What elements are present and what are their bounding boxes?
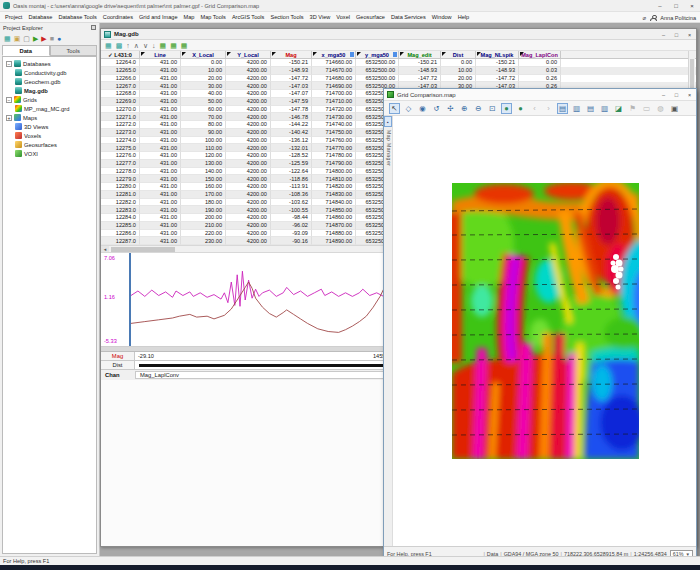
next-view-icon[interactable]: › [543,103,554,114]
copy-table-icon[interactable]: ▦ [105,42,112,49]
table-cell[interactable]: 190.00 [181,206,226,214]
redraw-icon[interactable]: ↺ [431,103,442,114]
table-cell[interactable]: 12267.0 [101,82,140,90]
table-cell[interactable]: 4200.00 [226,175,271,183]
previous-view-icon[interactable]: ‹ [529,103,540,114]
table-cell[interactable]: 431.00 [140,90,181,98]
table-cell[interactable]: 4200.00 [226,98,271,106]
table-cell[interactable]: -150.21 [399,59,441,67]
table-cell[interactable]: -140.42 [271,129,312,137]
menu-database[interactable]: Database [25,14,55,20]
info-tool-icon[interactable]: ◉ [417,103,428,114]
table-cell[interactable]: 12272.0 [101,121,140,129]
table-cell[interactable]: -148.93 [271,67,312,75]
table-cell[interactable]: 180.00 [181,199,226,207]
menu-help[interactable]: Help [455,14,473,20]
table-cell[interactable]: 714770.00 [312,144,356,152]
database-window-titlebar[interactable]: Mag.gdb – □ × [101,29,696,40]
menu-voxel[interactable]: Voxel [333,14,353,20]
table-row[interactable]: 12266.0431.0020.004200.00-147.72714680.0… [101,75,696,83]
table-cell[interactable]: 30.00 [181,82,226,90]
table-cell[interactable]: 431.00 [140,191,181,199]
table-cell[interactable]: 431.00 [140,98,181,106]
app-minimize-button[interactable]: – [652,0,668,12]
column-header-mag_nlspik[interactable]: Mag_NLspik [476,51,519,58]
column-header-mag_laplcon[interactable]: Mag_LaplCon [519,51,561,58]
table-row[interactable]: 12265.0431.0010.004200.00-148.93714670.0… [101,67,696,75]
split-profile-icon[interactable]: ▦ [170,42,177,49]
previous-line-icon[interactable]: ∧ [134,42,139,49]
paste-table-icon[interactable]: ▩ [116,42,123,49]
menu-coordinates[interactable]: Coordinates [100,14,136,20]
table-cell[interactable]: -147.07 [271,90,312,98]
table-cell[interactable]: -147.78 [271,106,312,114]
table-cell[interactable]: 714700.00 [312,90,356,98]
table-cell[interactable]: -146.78 [271,113,312,121]
menu-data-services[interactable]: Data Services [388,14,429,20]
grid-display-icon[interactable]: ▦ [181,42,188,49]
table-cell[interactable]: 714690.00 [312,82,356,90]
table-cell[interactable]: 4200.00 [226,75,271,83]
table-cell[interactable]: 714750.00 [312,129,356,137]
table-cell[interactable]: 50.00 [181,98,226,106]
table-cell[interactable]: -147.72 [399,75,441,83]
menu-grid-and-image[interactable]: Grid and Image [136,14,181,20]
table-cell[interactable]: 12276.0 [101,152,140,160]
table-cell[interactable]: 12264.0 [101,59,140,67]
column-header-mag_edit[interactable]: Mag_edit [399,51,441,58]
menu-map-tools[interactable]: Map Tools [197,14,228,20]
table-cell[interactable]: 12269.0 [101,98,140,106]
table-cell[interactable]: 4200.00 [226,90,271,98]
page-view-icon[interactable]: ▤ [557,103,568,114]
tree-item-voxels[interactable]: Voxels [3,131,96,140]
map-close-button[interactable]: × [683,89,696,100]
grid-raster-image[interactable] [452,183,639,459]
table-cell[interactable]: -103.62 [271,199,312,207]
tree-item-grids[interactable]: −Grids [3,95,96,104]
table-cell[interactable]: 70.00 [181,113,226,121]
tab-data[interactable]: Data [2,45,50,56]
table-cell[interactable]: 10.00 [181,67,226,75]
table-cell[interactable]: 170.00 [181,191,226,199]
table-cell[interactable]: 210.00 [181,222,226,230]
pin-icon[interactable] [91,25,96,30]
table-cell[interactable]: 100.00 [181,137,226,145]
table-cell[interactable]: 12286.0 [101,230,140,238]
table-cell[interactable]: 714760.00 [312,137,356,145]
table-cell[interactable]: 0.26 [519,75,561,83]
table-cell[interactable]: -122.64 [271,168,312,176]
clip-region-icon[interactable]: ▭ [641,103,652,114]
user-name[interactable]: Anna Politcina [660,15,696,21]
table-cell[interactable]: 4200.00 [226,152,271,160]
page-shadow-view-icon[interactable]: ▥ [571,103,582,114]
table-cell[interactable]: 714880.00 [312,230,356,238]
table-cell[interactable]: 431.00 [140,168,181,176]
tree-item-databases[interactable]: −Databases [3,59,96,68]
expander-icon[interactable]: − [6,97,12,103]
table-cell[interactable]: 12279.0 [101,175,140,183]
zoom-in-icon[interactable]: ⊕ [459,103,470,114]
table-cell[interactable]: 431.00 [140,183,181,191]
table-cell[interactable]: 0.03 [519,67,561,75]
table-cell[interactable]: 431.00 [140,214,181,222]
menu-window[interactable]: Window [429,14,455,20]
table-cell[interactable]: -93.09 [271,230,312,238]
zoom-box-icon[interactable]: ⊡ [487,103,498,114]
map-manager-tab[interactable]: Map Manager [386,130,392,166]
menu-section-tools[interactable]: Section Tools [267,14,306,20]
last-line-icon[interactable]: ↓ [152,42,156,49]
table-cell[interactable]: 10.00 [441,67,476,75]
table-cell[interactable]: 6532500.00 [356,67,399,75]
table-cell[interactable]: 0.00 [441,59,476,67]
table-cell[interactable]: -118.86 [271,175,312,183]
table-cell[interactable]: 431.00 [140,230,181,238]
table-cell[interactable]: 431.00 [140,199,181,207]
tree-item-maps[interactable]: +Maps [3,113,96,122]
table-cell[interactable]: 431.00 [140,137,181,145]
table-cell[interactable]: 20.00 [181,75,226,83]
run-recent-gx-icon[interactable]: ▶ [41,35,46,42]
table-cell[interactable]: 6532500.00 [356,59,399,67]
table-cell[interactable]: 714850.00 [312,206,356,214]
table-cell[interactable]: 12268.0 [101,90,140,98]
table-cell[interactable]: 160.00 [181,183,226,191]
